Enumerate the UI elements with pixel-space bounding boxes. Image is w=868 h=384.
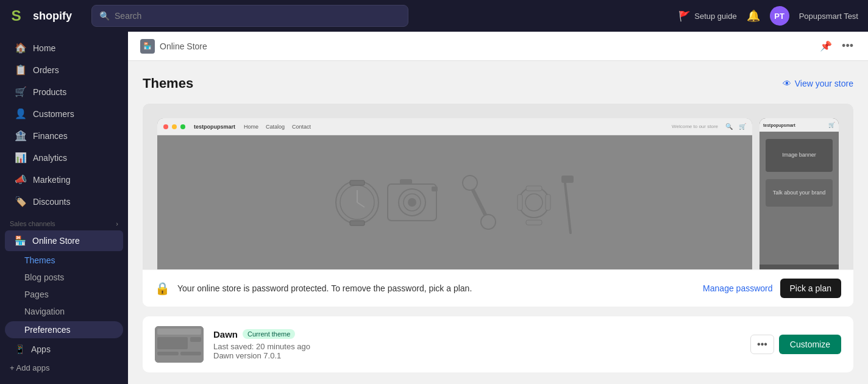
breadcrumb: 🏪 Online Store	[140, 39, 207, 54]
sidebar-item-products[interactable]: 🛒 Products	[5, 81, 123, 102]
store-name-label: Popupsmart Test	[799, 12, 858, 21]
setup-guide-button[interactable]: 🚩 Setup guide	[678, 10, 736, 22]
svg-rect-12	[432, 187, 438, 191]
sidebar-item-discounts[interactable]: 🏷️ Discounts	[5, 191, 123, 212]
sidebar-label-marketing: Marketing	[33, 175, 70, 185]
sidebar-item-online-store[interactable]: 🏪 Online Store	[5, 230, 123, 251]
finances-icon: 🏦	[15, 130, 27, 141]
theme-name: Dawn	[213, 329, 238, 340]
apps-label: Apps	[31, 344, 51, 354]
view-store-link[interactable]: 👁 View your store	[783, 79, 853, 88]
image-banner-label: Image banner	[782, 152, 816, 158]
theme-name-row: Dawn Current theme	[213, 329, 741, 340]
sidebar-item-orders[interactable]: 📋 Orders	[5, 59, 123, 80]
theme-info: Dawn Current theme Last saved: 20 minute…	[213, 329, 741, 360]
svg-rect-27	[190, 337, 201, 342]
svg-rect-21	[546, 194, 550, 210]
sidebar-item-home[interactable]: 🏠 Home	[5, 37, 123, 59]
analytics-icon: 📊	[15, 152, 27, 163]
breadcrumb-store-name: Online Store	[160, 41, 207, 51]
tools-illustration	[327, 148, 583, 257]
mock-nav-home: Home	[244, 124, 258, 130]
svg-rect-5	[350, 180, 365, 185]
sidebar-label-customers: Customers	[33, 109, 74, 119]
search-bar[interactable]: 🔍	[91, 5, 408, 27]
discounts-icon: 🏷️	[15, 196, 27, 207]
nav-right: 🚩 Setup guide 🔔 PT Popupsmart Test	[678, 6, 858, 26]
sales-channels-section: Sales channels ›	[0, 213, 128, 230]
manage-password-link[interactable]: Manage password	[703, 283, 772, 293]
home-icon: 🏠	[15, 42, 27, 54]
sidebar-item-apps[interactable]: 📱 Apps	[5, 340, 123, 359]
svg-point-14	[463, 176, 477, 190]
sidebar-item-customers[interactable]: 👤 Customers	[5, 103, 123, 124]
password-banner: 🔒 Your online store is password protecte…	[143, 269, 853, 307]
avatar-initials: PT	[774, 12, 784, 21]
shopify-logo[interactable]: S shopify	[10, 6, 72, 26]
svg-text:S: S	[12, 7, 21, 24]
sidebar-label-finances: Finances	[33, 131, 68, 141]
sidebar: 🏠 Home 📋 Orders 🛒 Products 👤 Customers 🏦…	[0, 32, 128, 384]
sidebar-sub-themes[interactable]: Themes	[0, 252, 128, 269]
sidebar-label-products: Products	[33, 87, 66, 97]
sidebar-sub-label-navigation: Navigation	[24, 307, 65, 316]
sidebar-label-orders: Orders	[33, 65, 59, 75]
sales-channels-label: Sales channels	[10, 220, 55, 227]
apps-icon: 📱	[15, 344, 25, 354]
logo-text: shopify	[33, 10, 72, 23]
sidebar-label-analytics: Analytics	[33, 153, 67, 163]
browser-dot-3	[180, 124, 185, 129]
view-store-label: View your store	[795, 79, 853, 88]
pick-plan-button[interactable]: Pick a plan	[780, 279, 841, 298]
page-header: Themes 👁 View your store	[143, 76, 853, 91]
svg-rect-28	[157, 352, 179, 355]
svg-point-15	[481, 215, 496, 229]
theme-preview-card: testpopupsmart Home Catalog Contact Welc…	[143, 104, 853, 307]
talk-brand-label: Talk about your brand	[773, 190, 826, 196]
mobile-cart-icon: 🛒	[828, 122, 835, 128]
sidebar-sub-blog-posts[interactable]: Blog posts	[0, 269, 128, 286]
sidebar-item-analytics[interactable]: 📊 Analytics	[5, 147, 123, 168]
store-icon-symbol: 🏪	[143, 42, 152, 50]
breadcrumb-more-button[interactable]: •••	[839, 37, 856, 55]
breadcrumb-bar: 🏪 Online Store 📌 •••	[128, 32, 868, 61]
mock-nav-catalog: Catalog	[266, 124, 285, 130]
sidebar-sub-preferences[interactable]: Preferences	[5, 321, 123, 338]
svg-point-17	[525, 194, 542, 211]
orders-icon: 📋	[15, 64, 27, 76]
flag-icon: 🚩	[678, 10, 691, 22]
add-apps-button[interactable]: + Add apps	[0, 360, 128, 376]
online-store-breadcrumb-icon: 🏪	[140, 39, 155, 54]
sidebar-sub-pages[interactable]: Pages	[0, 286, 128, 303]
expand-sales-channels-icon[interactable]: ›	[116, 220, 118, 227]
pin-button[interactable]: 📌	[817, 38, 834, 54]
top-navigation: S shopify 🔍 🚩 Setup guide 🔔 PT Popupsmar…	[0, 0, 868, 32]
user-avatar[interactable]: PT	[770, 6, 789, 26]
content-area: 🏪 Online Store 📌 ••• Themes 👁 View your …	[128, 32, 868, 384]
sidebar-item-marketing[interactable]: 📣 Marketing	[5, 169, 123, 190]
products-icon: 🛒	[15, 86, 27, 98]
password-banner-text: Your online store is password protected.…	[177, 283, 695, 293]
mobile-talk-brand: Talk about your brand	[766, 179, 833, 207]
main-layout: 🏠 Home 📋 Orders 🛒 Products 👤 Customers 🏦…	[0, 32, 868, 384]
svg-rect-11	[400, 179, 412, 184]
search-input[interactable]	[115, 11, 400, 21]
setup-guide-label: Setup guide	[694, 12, 736, 21]
mobile-mockup: testpopupsmart 🛒 Image banner Talk about…	[760, 118, 839, 269]
sidebar-sub-label-pages: Pages	[24, 290, 49, 299]
mock-store-name: testpopupsmart	[194, 124, 235, 130]
sidebar-sub-label-blog-posts: Blog posts	[24, 272, 64, 282]
mock-nav-contact: Contact	[292, 124, 311, 130]
eye-icon: 👁	[783, 79, 791, 88]
page-content: Themes 👁 View your store	[128, 61, 868, 384]
desktop-mockup-body	[157, 135, 752, 269]
cart-nav-icon: 🛒	[739, 123, 746, 130]
customize-button[interactable]: Customize	[779, 335, 841, 354]
browser-chrome: testpopupsmart Home Catalog Contact Welc…	[157, 118, 752, 135]
sidebar-item-finances[interactable]: 🏦 Finances	[5, 125, 123, 146]
notification-bell-icon[interactable]: 🔔	[747, 9, 760, 23]
sidebar-sub-navigation[interactable]: Navigation	[0, 303, 128, 320]
svg-point-10	[408, 198, 416, 207]
more-actions-button[interactable]: •••	[750, 335, 774, 354]
svg-rect-26	[157, 337, 188, 349]
